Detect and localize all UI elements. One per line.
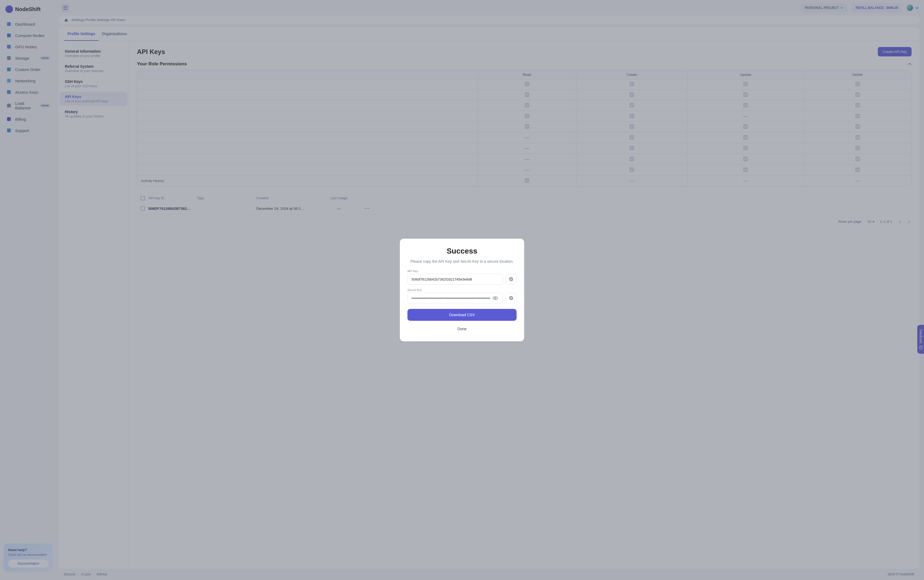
modal-title: Success (408, 247, 516, 255)
done-button[interactable]: Done (408, 323, 516, 334)
success-modal: Success Please copy the API Key and Secr… (400, 239, 524, 341)
svg-rect-18 (510, 297, 513, 300)
copy-icon (509, 277, 513, 281)
secret-key-field[interactable] (408, 293, 503, 303)
svg-rect-19 (510, 297, 512, 299)
secret-key-label: Secret Key (408, 288, 516, 292)
api-key-label: API Key (408, 270, 516, 273)
copy-icon (509, 296, 513, 300)
api-key-input[interactable] (411, 277, 499, 281)
modal-overlay: Success Please copy the API Key and Secr… (0, 0, 924, 580)
reveal-secret-button[interactable] (492, 296, 499, 300)
eye-icon (493, 296, 498, 300)
svg-point-17 (495, 298, 496, 299)
svg-rect-16 (510, 278, 512, 280)
api-key-field[interactable] (408, 274, 503, 285)
secret-key-input[interactable] (411, 296, 492, 300)
download-csv-button[interactable]: Download CSV (408, 309, 516, 321)
copy-secret-button[interactable] (506, 293, 516, 303)
svg-rect-15 (510, 278, 513, 281)
copy-api-key-button[interactable] (506, 274, 516, 285)
modal-subtitle: Please copy the API Key and Secret Key t… (408, 259, 516, 264)
